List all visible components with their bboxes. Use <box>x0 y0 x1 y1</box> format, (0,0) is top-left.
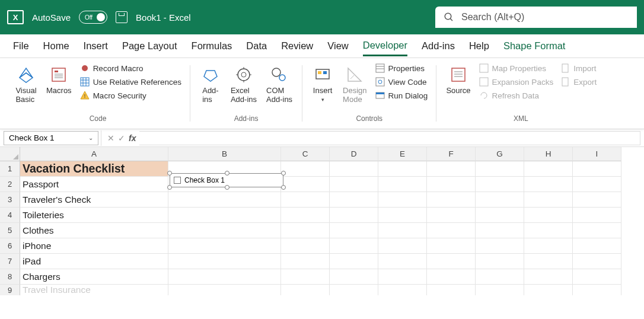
cell[interactable] <box>378 285 427 295</box>
com-addins-button[interactable]: COM Add-ins <box>263 62 296 107</box>
cell[interactable] <box>281 192 330 208</box>
search-bar[interactable]: Search (Alt+Q) <box>435 7 637 28</box>
insert-control-button[interactable]: Insert ▾ <box>308 62 337 105</box>
cell[interactable] <box>427 238 476 254</box>
tab-help[interactable]: Help <box>469 37 489 55</box>
cell[interactable] <box>524 238 573 254</box>
expansion-packs-button[interactable]: Expansion Packs <box>477 75 556 88</box>
formula-cancel-icon[interactable]: ✕ <box>107 133 114 143</box>
import-button[interactable]: Import <box>558 62 599 75</box>
cell[interactable]: Traveler's Check <box>20 192 168 208</box>
cell[interactable] <box>573 161 621 177</box>
row-header[interactable]: 8 <box>0 269 20 285</box>
cell[interactable] <box>378 254 427 269</box>
cell[interactable]: Chargers <box>20 269 168 285</box>
row-header[interactable]: 3 <box>0 192 20 208</box>
view-code-button[interactable]: View Code <box>373 75 431 88</box>
row-header[interactable]: 1 <box>0 161 20 177</box>
cell[interactable] <box>524 285 573 295</box>
cell[interactable] <box>573 285 621 295</box>
row-header[interactable]: 9 <box>0 285 20 295</box>
map-properties-button[interactable]: Map Properties <box>477 62 556 75</box>
cell[interactable] <box>427 208 476 223</box>
cell[interactable] <box>427 285 476 295</box>
cell[interactable] <box>330 161 378 177</box>
cell[interactable] <box>168 254 281 269</box>
cell[interactable] <box>476 192 524 208</box>
row-header[interactable]: 7 <box>0 254 20 269</box>
cell[interactable] <box>330 177 378 192</box>
cell[interactable] <box>168 269 281 285</box>
cell[interactable] <box>427 254 476 269</box>
col-header[interactable]: G <box>476 147 524 161</box>
cell[interactable]: Toileteries <box>20 208 168 223</box>
row-header[interactable]: 4 <box>0 208 20 223</box>
tab-add-ins[interactable]: Add-ins <box>422 37 455 55</box>
tab-review[interactable]: Review <box>281 37 313 55</box>
cell[interactable] <box>168 285 281 295</box>
row-header[interactable]: 6 <box>0 238 20 254</box>
use-relative-references-button[interactable]: Use Relative References <box>78 75 184 88</box>
cell[interactable] <box>573 254 621 269</box>
cell[interactable] <box>378 192 427 208</box>
cell[interactable]: Vacation Checklist <box>20 161 168 177</box>
cell[interactable] <box>476 238 524 254</box>
cell[interactable] <box>168 223 281 238</box>
row-header[interactable]: 5 <box>0 223 20 238</box>
cell[interactable] <box>330 254 378 269</box>
macro-security-button[interactable]: ! Macro Security <box>78 89 184 102</box>
resize-handle[interactable] <box>281 171 286 176</box>
resize-handle[interactable] <box>167 185 172 190</box>
cell[interactable] <box>330 192 378 208</box>
design-mode-button[interactable]: Design Mode <box>339 62 370 107</box>
cell[interactable] <box>524 254 573 269</box>
cell[interactable] <box>476 254 524 269</box>
tab-page-layout[interactable]: Page Layout <box>122 37 177 55</box>
col-header[interactable]: A <box>20 147 168 161</box>
cell[interactable] <box>330 208 378 223</box>
select-all-corner[interactable] <box>0 147 20 161</box>
cell[interactable] <box>476 208 524 223</box>
cell[interactable]: iPhone <box>20 238 168 254</box>
cell[interactable] <box>524 192 573 208</box>
tab-view[interactable]: View <box>327 37 348 55</box>
cell[interactable] <box>168 238 281 254</box>
col-header[interactable]: C <box>281 147 330 161</box>
cell[interactable] <box>281 223 330 238</box>
cell[interactable]: iPad <box>20 254 168 269</box>
run-dialog-button[interactable]: Run Dialog <box>373 89 431 102</box>
cell[interactable] <box>378 238 427 254</box>
cell[interactable] <box>330 285 378 295</box>
cell[interactable] <box>476 161 524 177</box>
col-header[interactable]: E <box>378 147 427 161</box>
resize-handle[interactable] <box>225 171 229 176</box>
excel-addins-button[interactable]: Excel Add-ins <box>227 62 260 107</box>
fx-icon[interactable]: fx <box>129 133 136 143</box>
resize-handle[interactable] <box>281 185 286 190</box>
cell[interactable] <box>524 223 573 238</box>
cell[interactable] <box>281 161 330 177</box>
cell[interactable] <box>378 269 427 285</box>
cell[interactable] <box>378 177 427 192</box>
formula-input[interactable] <box>139 131 640 145</box>
tab-shape-format[interactable]: Shape Format <box>503 37 566 55</box>
cell[interactable]: Passport <box>20 177 168 192</box>
cell[interactable] <box>281 177 330 192</box>
cell[interactable] <box>281 254 330 269</box>
cell[interactable] <box>427 161 476 177</box>
row-header[interactable]: 2 <box>0 177 20 192</box>
autosave-toggle[interactable]: Off <box>79 11 107 24</box>
record-macro-button[interactable]: Record Macro <box>78 62 184 75</box>
export-button[interactable]: Export <box>558 75 599 88</box>
cell[interactable] <box>330 223 378 238</box>
tab-home[interactable]: Home <box>43 37 69 55</box>
cell[interactable] <box>524 208 573 223</box>
tab-data[interactable]: Data <box>246 37 267 55</box>
resize-handle[interactable] <box>167 171 172 176</box>
cell[interactable] <box>476 285 524 295</box>
cell[interactable] <box>281 269 330 285</box>
tab-insert[interactable]: Insert <box>84 37 108 55</box>
cell[interactable] <box>427 177 476 192</box>
tab-formulas[interactable]: Formulas <box>192 37 232 55</box>
cell[interactable] <box>427 269 476 285</box>
